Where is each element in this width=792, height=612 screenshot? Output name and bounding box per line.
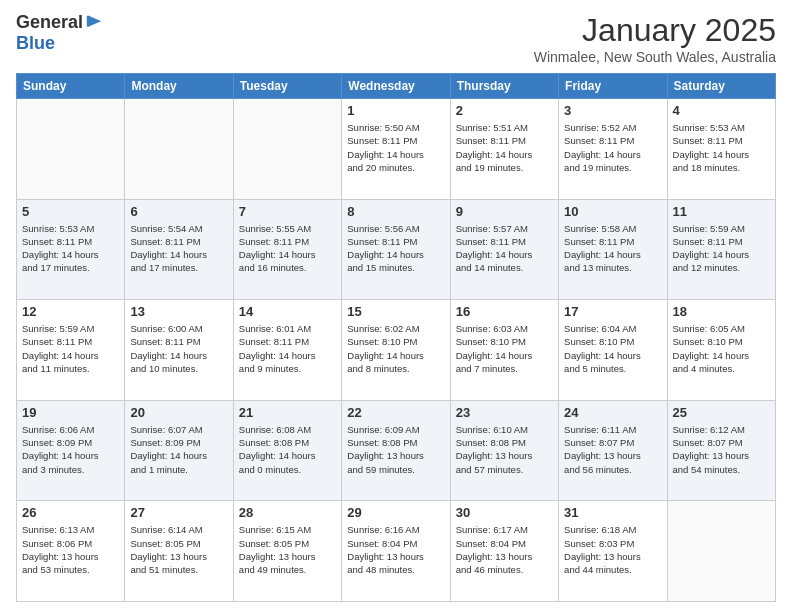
- table-row: [17, 99, 125, 200]
- day-info: Sunrise: 6:11 AM Sunset: 8:07 PM Dayligh…: [564, 423, 661, 476]
- day-number: 31: [564, 505, 661, 520]
- day-number: 27: [130, 505, 227, 520]
- day-number: 3: [564, 103, 661, 118]
- table-row: 25Sunrise: 6:12 AM Sunset: 8:07 PM Dayli…: [667, 400, 775, 501]
- day-info: Sunrise: 5:59 AM Sunset: 8:11 PM Dayligh…: [673, 222, 770, 275]
- day-info: Sunrise: 5:58 AM Sunset: 8:11 PM Dayligh…: [564, 222, 661, 275]
- header-right: January 2025 Winmalee, New South Wales, …: [534, 12, 776, 65]
- location: Winmalee, New South Wales, Australia: [534, 49, 776, 65]
- day-info: Sunrise: 6:12 AM Sunset: 8:07 PM Dayligh…: [673, 423, 770, 476]
- day-number: 20: [130, 405, 227, 420]
- day-info: Sunrise: 5:55 AM Sunset: 8:11 PM Dayligh…: [239, 222, 336, 275]
- day-number: 11: [673, 204, 770, 219]
- logo-blue-text: Blue: [16, 33, 55, 54]
- day-info: Sunrise: 6:06 AM Sunset: 8:09 PM Dayligh…: [22, 423, 119, 476]
- day-info: Sunrise: 6:14 AM Sunset: 8:05 PM Dayligh…: [130, 523, 227, 576]
- logo: General Blue: [16, 12, 103, 54]
- month-title: January 2025: [534, 12, 776, 49]
- day-number: 26: [22, 505, 119, 520]
- day-number: 4: [673, 103, 770, 118]
- day-info: Sunrise: 6:16 AM Sunset: 8:04 PM Dayligh…: [347, 523, 444, 576]
- table-row: 3Sunrise: 5:52 AM Sunset: 8:11 PM Daylig…: [559, 99, 667, 200]
- day-info: Sunrise: 6:17 AM Sunset: 8:04 PM Dayligh…: [456, 523, 553, 576]
- table-row: 7Sunrise: 5:55 AM Sunset: 8:11 PM Daylig…: [233, 199, 341, 300]
- day-info: Sunrise: 6:08 AM Sunset: 8:08 PM Dayligh…: [239, 423, 336, 476]
- day-info: Sunrise: 6:03 AM Sunset: 8:10 PM Dayligh…: [456, 322, 553, 375]
- day-info: Sunrise: 5:52 AM Sunset: 8:11 PM Dayligh…: [564, 121, 661, 174]
- day-number: 22: [347, 405, 444, 420]
- day-info: Sunrise: 5:54 AM Sunset: 8:11 PM Dayligh…: [130, 222, 227, 275]
- day-number: 28: [239, 505, 336, 520]
- table-row: 16Sunrise: 6:03 AM Sunset: 8:10 PM Dayli…: [450, 300, 558, 401]
- table-row: 10Sunrise: 5:58 AM Sunset: 8:11 PM Dayli…: [559, 199, 667, 300]
- svg-marker-0: [89, 15, 102, 26]
- day-info: Sunrise: 5:51 AM Sunset: 8:11 PM Dayligh…: [456, 121, 553, 174]
- table-row: 8Sunrise: 5:56 AM Sunset: 8:11 PM Daylig…: [342, 199, 450, 300]
- day-info: Sunrise: 6:04 AM Sunset: 8:10 PM Dayligh…: [564, 322, 661, 375]
- table-row: 4Sunrise: 5:53 AM Sunset: 8:11 PM Daylig…: [667, 99, 775, 200]
- calendar-row: 19Sunrise: 6:06 AM Sunset: 8:09 PM Dayli…: [17, 400, 776, 501]
- table-row: 23Sunrise: 6:10 AM Sunset: 8:08 PM Dayli…: [450, 400, 558, 501]
- day-info: Sunrise: 5:56 AM Sunset: 8:11 PM Dayligh…: [347, 222, 444, 275]
- day-info: Sunrise: 6:07 AM Sunset: 8:09 PM Dayligh…: [130, 423, 227, 476]
- table-row: 2Sunrise: 5:51 AM Sunset: 8:11 PM Daylig…: [450, 99, 558, 200]
- table-row: 28Sunrise: 6:15 AM Sunset: 8:05 PM Dayli…: [233, 501, 341, 602]
- col-sunday: Sunday: [17, 74, 125, 99]
- table-row: 27Sunrise: 6:14 AM Sunset: 8:05 PM Dayli…: [125, 501, 233, 602]
- table-row: 31Sunrise: 6:18 AM Sunset: 8:03 PM Dayli…: [559, 501, 667, 602]
- day-number: 14: [239, 304, 336, 319]
- day-info: Sunrise: 5:50 AM Sunset: 8:11 PM Dayligh…: [347, 121, 444, 174]
- day-number: 17: [564, 304, 661, 319]
- table-row: [233, 99, 341, 200]
- day-info: Sunrise: 6:13 AM Sunset: 8:06 PM Dayligh…: [22, 523, 119, 576]
- table-row: 13Sunrise: 6:00 AM Sunset: 8:11 PM Dayli…: [125, 300, 233, 401]
- table-row: 30Sunrise: 6:17 AM Sunset: 8:04 PM Dayli…: [450, 501, 558, 602]
- table-row: [667, 501, 775, 602]
- day-number: 23: [456, 405, 553, 420]
- col-saturday: Saturday: [667, 74, 775, 99]
- table-row: 12Sunrise: 5:59 AM Sunset: 8:11 PM Dayli…: [17, 300, 125, 401]
- table-row: 22Sunrise: 6:09 AM Sunset: 8:08 PM Dayli…: [342, 400, 450, 501]
- day-number: 24: [564, 405, 661, 420]
- day-info: Sunrise: 6:05 AM Sunset: 8:10 PM Dayligh…: [673, 322, 770, 375]
- table-row: 21Sunrise: 6:08 AM Sunset: 8:08 PM Dayli…: [233, 400, 341, 501]
- day-info: Sunrise: 6:00 AM Sunset: 8:11 PM Dayligh…: [130, 322, 227, 375]
- table-row: 29Sunrise: 6:16 AM Sunset: 8:04 PM Dayli…: [342, 501, 450, 602]
- day-number: 10: [564, 204, 661, 219]
- logo-icon: [85, 14, 103, 32]
- day-number: 30: [456, 505, 553, 520]
- day-info: Sunrise: 6:10 AM Sunset: 8:08 PM Dayligh…: [456, 423, 553, 476]
- table-row: 26Sunrise: 6:13 AM Sunset: 8:06 PM Dayli…: [17, 501, 125, 602]
- day-number: 1: [347, 103, 444, 118]
- table-row: 18Sunrise: 6:05 AM Sunset: 8:10 PM Dayli…: [667, 300, 775, 401]
- day-number: 25: [673, 405, 770, 420]
- table-row: 14Sunrise: 6:01 AM Sunset: 8:11 PM Dayli…: [233, 300, 341, 401]
- day-number: 16: [456, 304, 553, 319]
- col-thursday: Thursday: [450, 74, 558, 99]
- table-row: 19Sunrise: 6:06 AM Sunset: 8:09 PM Dayli…: [17, 400, 125, 501]
- col-friday: Friday: [559, 74, 667, 99]
- day-number: 21: [239, 405, 336, 420]
- day-info: Sunrise: 5:53 AM Sunset: 8:11 PM Dayligh…: [22, 222, 119, 275]
- table-row: [125, 99, 233, 200]
- day-number: 19: [22, 405, 119, 420]
- day-info: Sunrise: 5:57 AM Sunset: 8:11 PM Dayligh…: [456, 222, 553, 275]
- day-number: 7: [239, 204, 336, 219]
- day-number: 18: [673, 304, 770, 319]
- day-info: Sunrise: 6:02 AM Sunset: 8:10 PM Dayligh…: [347, 322, 444, 375]
- calendar-row: 5Sunrise: 5:53 AM Sunset: 8:11 PM Daylig…: [17, 199, 776, 300]
- page: General Blue January 2025 Winmalee, New …: [0, 0, 792, 612]
- day-info: Sunrise: 5:59 AM Sunset: 8:11 PM Dayligh…: [22, 322, 119, 375]
- day-number: 9: [456, 204, 553, 219]
- day-number: 12: [22, 304, 119, 319]
- svg-rect-1: [87, 15, 90, 26]
- col-monday: Monday: [125, 74, 233, 99]
- calendar-row: 12Sunrise: 5:59 AM Sunset: 8:11 PM Dayli…: [17, 300, 776, 401]
- day-info: Sunrise: 6:15 AM Sunset: 8:05 PM Dayligh…: [239, 523, 336, 576]
- logo-general-text: General: [16, 12, 83, 33]
- day-info: Sunrise: 6:01 AM Sunset: 8:11 PM Dayligh…: [239, 322, 336, 375]
- table-row: 6Sunrise: 5:54 AM Sunset: 8:11 PM Daylig…: [125, 199, 233, 300]
- table-row: 5Sunrise: 5:53 AM Sunset: 8:11 PM Daylig…: [17, 199, 125, 300]
- day-number: 6: [130, 204, 227, 219]
- calendar-row: 1Sunrise: 5:50 AM Sunset: 8:11 PM Daylig…: [17, 99, 776, 200]
